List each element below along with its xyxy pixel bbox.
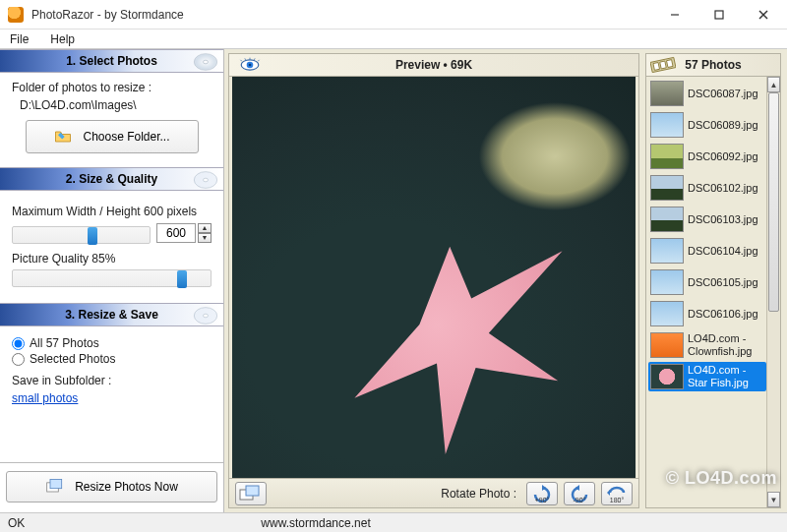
preview-header-text: Preview • 69K	[395, 58, 472, 72]
rotate-plus90-button[interactable]: +90°	[526, 482, 558, 505]
svg-rect-21	[653, 63, 660, 71]
thumbnail-image	[650, 207, 684, 232]
max-size-input[interactable]	[156, 223, 196, 243]
thumbnail-row[interactable]: LO4D.com - Star Fish.jpg	[648, 362, 766, 391]
rotate-minus90-button[interactable]: -90°	[564, 482, 595, 505]
thumbnail-label: LO4D.com - Star Fish.jpg	[688, 364, 764, 388]
thumbnail-row[interactable]: DSC06105.jpg	[648, 267, 766, 297]
quality-slider[interactable]	[12, 269, 212, 287]
thumbnail-header: 57 Photos	[645, 53, 781, 77]
section1-header: 1. Select Photos	[0, 49, 223, 73]
subfolder-label: Save in Subfolder :	[12, 374, 212, 387]
eye-icon	[239, 57, 261, 73]
cd-icon	[184, 306, 217, 325]
radio-selected[interactable]	[12, 353, 25, 366]
photos-icon	[45, 477, 65, 497]
thumbnail-row[interactable]: DSC06104.jpg	[648, 236, 766, 266]
radio-all-label: All 57 Photos	[30, 336, 99, 350]
max-size-label: Maximum Width / Height 600 pixels	[12, 205, 212, 218]
preview-footer: Rotate Photo : +90° -90° 180°	[228, 479, 639, 508]
svg-rect-1	[715, 11, 723, 19]
thumbnail-label: DSC06092.jpg	[688, 150, 758, 163]
radio-all[interactable]	[12, 337, 25, 350]
thumbnail-label: LO4D.com - Clownfish.jpg	[688, 332, 764, 357]
cd-icon	[184, 170, 217, 190]
thumbnail-image	[650, 175, 684, 201]
section3-body: All 57 Photos Selected Photos Save in Su…	[0, 326, 223, 462]
svg-point-14	[249, 64, 252, 67]
cd-icon	[184, 52, 217, 72]
svg-text:+90°: +90°	[535, 497, 550, 503]
section3-title: 3. Resize & Save	[65, 308, 158, 322]
section3-header: 3. Resize & Save	[0, 303, 223, 326]
watermark: © LO4D.com	[666, 468, 777, 489]
preview-header: Preview • 69K	[228, 53, 639, 77]
thumbnail-row[interactable]: DSC06102.jpg	[648, 173, 766, 203]
svg-text:-90°: -90°	[574, 497, 586, 503]
thumbnail-image	[650, 269, 684, 295]
thumbnail-label: DSC06087.jpg	[688, 88, 758, 100]
preview-area	[228, 77, 639, 479]
starfish-shape	[350, 238, 567, 454]
thumbnail-image	[650, 238, 684, 264]
filmstrip-icon	[650, 56, 676, 74]
thumbnail-label: DSC06102.jpg	[688, 182, 758, 195]
menu-help[interactable]: Help	[46, 30, 79, 48]
thumbnail-list[interactable]: DSC06087.jpgDSC06089.jpgDSC06092.jpgDSC0…	[645, 77, 781, 508]
subfolder-link[interactable]: small photos	[12, 391, 78, 405]
spin-up[interactable]: ▲	[198, 223, 212, 233]
folder-icon	[53, 127, 73, 147]
window-title: PhotoRazor - by Stormdance	[31, 8, 652, 22]
quality-label: Picture Quality 85%	[12, 252, 212, 266]
thumbnail-label: DSC06089.jpg	[688, 119, 758, 132]
maximize-button[interactable]	[696, 1, 741, 29]
scroll-down[interactable]: ▼	[767, 492, 780, 507]
thumbnail-row[interactable]: DSC06103.jpg	[648, 205, 766, 234]
thumbnail-image	[650, 364, 684, 389]
thumbnail-count: 57 Photos	[685, 58, 741, 72]
scroll-up[interactable]: ▲	[767, 77, 780, 92]
thumbnail-scrollbar[interactable]: ▲ ▼	[766, 77, 780, 507]
svg-text:180°: 180°	[610, 497, 625, 503]
thumbnail-label: DSC06103.jpg	[688, 213, 758, 226]
folder-path: D:\LO4D.com\Images\	[20, 98, 212, 112]
close-button[interactable]	[741, 1, 785, 29]
svg-rect-23	[667, 60, 674, 68]
status-website: www.stormdance.net	[261, 516, 370, 530]
radio-selected-row[interactable]: Selected Photos	[12, 352, 212, 366]
section2-header: 2. Size & Quality	[0, 167, 223, 191]
thumbnail-label: DSC06105.jpg	[688, 276, 758, 289]
minimize-button[interactable]	[652, 1, 696, 29]
max-size-slider[interactable]	[12, 226, 151, 244]
svg-rect-16	[246, 486, 259, 496]
spin-down[interactable]: ▼	[198, 233, 212, 243]
svg-point-9	[204, 314, 209, 318]
menu-file[interactable]: File	[6, 30, 32, 48]
svg-point-5	[204, 60, 209, 64]
thumbnail-toggle-button[interactable]	[235, 482, 267, 505]
choose-folder-button[interactable]: Choose Folder...	[26, 120, 199, 153]
resize-photos-label: Resize Photos Now	[75, 480, 178, 494]
thumbnail-row[interactable]: DSC06087.jpg	[648, 79, 766, 108]
thumbnail-row[interactable]: LO4D.com - Clownfish.jpg	[648, 330, 766, 360]
thumbnail-image	[650, 81, 684, 106]
titlebar: PhotoRazor - by Stormdance	[0, 0, 787, 30]
thumbnail-row[interactable]: DSC06092.jpg	[648, 142, 766, 171]
radio-all-row[interactable]: All 57 Photos	[12, 336, 212, 350]
app-icon	[8, 7, 24, 23]
preview-panel: Preview • 69K Rotate Photo : +90° -90° 1…	[224, 49, 643, 512]
section1-title: 1. Select Photos	[66, 54, 157, 68]
main-content: 1. Select Photos Folder of photos to res…	[0, 49, 787, 512]
thumbnail-image	[650, 301, 684, 326]
rotate-180-button[interactable]: 180°	[601, 482, 633, 505]
scroll-thumb[interactable]	[768, 92, 779, 312]
thumbnail-row[interactable]: DSC06089.jpg	[648, 110, 766, 140]
section2-title: 2. Size & Quality	[66, 172, 157, 186]
choose-folder-label: Choose Folder...	[83, 130, 169, 144]
thumbnail-row[interactable]: DSC06106.jpg	[648, 299, 766, 328]
resize-photos-button[interactable]: Resize Photos Now	[6, 471, 217, 502]
thumbnail-image	[650, 332, 684, 358]
status-text: OK	[8, 516, 25, 530]
left-sidebar: 1. Select Photos Folder of photos to res…	[0, 49, 224, 512]
thumbnail-panel: 57 Photos DSC06087.jpgDSC06089.jpgDSC060…	[643, 49, 787, 512]
